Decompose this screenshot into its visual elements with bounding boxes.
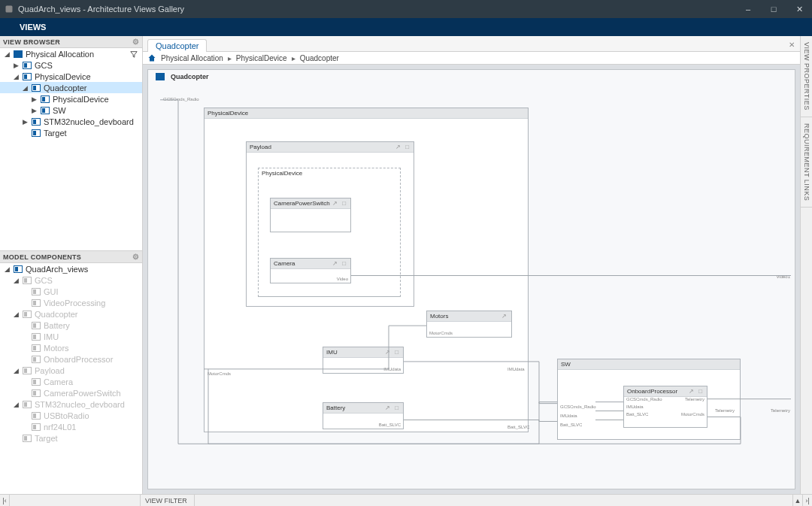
component-icon: [32, 378, 41, 386]
port-label: IMUdata: [626, 404, 644, 409]
tree-item[interactable]: ◢STM32nucleo_devboard: [0, 398, 142, 410]
component-icon: [14, 50, 23, 58]
component-icon: [32, 118, 41, 126]
block-title: IMU: [326, 349, 338, 356]
component-icon: [32, 288, 41, 295]
tree-item[interactable]: Battery: [0, 320, 142, 331]
views-tab[interactable]: VIEWS: [8, 20, 58, 35]
tree-item[interactable]: CameraPowerSwitch: [0, 387, 142, 398]
component-icon: [156, 73, 165, 80]
block-actions-icon[interactable]: ↗ □: [332, 260, 347, 267]
tree-item[interactable]: VideoProcessing: [0, 297, 142, 308]
model-components-title: MODEL COMPONENTS: [3, 253, 81, 261]
tree-item[interactable]: ◢Payload: [0, 365, 142, 376]
window-minimize-button[interactable]: –: [735, 0, 761, 18]
block-camera[interactable]: Camera↗ □ Video: [270, 258, 351, 283]
gear-icon[interactable]: ⚙: [132, 253, 139, 261]
tree-item[interactable]: ▶PhysicalDevice: [0, 93, 142, 105]
breadcrumb-item[interactable]: Quadcopter: [300, 54, 339, 62]
block-camerapowerswitch[interactable]: CameraPowerSwitch↗ □: [270, 198, 351, 232]
document-tab-quadcopter[interactable]: Quadcopter: [147, 39, 207, 52]
tree-item[interactable]: GUI: [0, 286, 142, 297]
port-label: Batt_SLVC: [379, 423, 401, 427]
tree-item-label: Motors: [44, 344, 69, 353]
tree-item[interactable]: USBtoRadio: [0, 410, 142, 421]
tree-twisty-icon[interactable]: ▶: [12, 62, 20, 69]
tree-twisty-icon[interactable]: ◢: [12, 311, 20, 318]
tree-item-label: Quadcopter: [35, 310, 77, 319]
gear-icon[interactable]: ⚙: [132, 38, 139, 46]
app-icon: [5, 5, 14, 14]
tree-twisty-icon[interactable]: ◢: [12, 277, 20, 284]
model-components-header[interactable]: MODEL COMPONENTS ⚙: [0, 251, 142, 263]
component-icon: [32, 333, 41, 341]
view-browser-header[interactable]: VIEW BROWSER ⚙: [0, 36, 142, 48]
tree-item[interactable]: IMU: [0, 331, 142, 342]
port-label: MotorCmds: [681, 412, 704, 417]
tree-item[interactable]: Motors: [0, 342, 142, 353]
tree-item-label: Camera: [44, 377, 73, 386]
tree-twisty-icon[interactable]: ▶: [21, 118, 29, 126]
requirement-links-tab[interactable]: REQUIREMENT LINKS: [801, 117, 812, 208]
breadcrumb-item[interactable]: PhysicalDevice: [236, 54, 287, 62]
block-actions-icon[interactable]: ↗ □: [385, 404, 400, 411]
block-actions-icon[interactable]: ↗ □: [385, 349, 400, 356]
tree-item[interactable]: ◢PhysicalDevice: [0, 71, 142, 82]
tree-twisty-icon[interactable]: ◢: [12, 73, 20, 80]
tree-item[interactable]: ◢Physical Allocation: [0, 48, 142, 59]
tree-item-label: GCS: [35, 61, 53, 70]
block-battery[interactable]: Battery↗ □ Batt_SLVC: [323, 402, 404, 429]
view-filter-button[interactable]: VIEW FILTER: [141, 495, 195, 506]
tree-item-label: QuadArch_views: [26, 265, 88, 274]
tree-item-label: CameraPowerSwitch: [44, 389, 121, 398]
tree-twisty-icon[interactable]: ▶: [30, 107, 38, 114]
tree-item-label: Payload: [35, 366, 65, 375]
tree-item[interactable]: nrf24L01: [0, 421, 142, 432]
view-browser-tree[interactable]: ◢Physical Allocation▶GCS◢PhysicalDevice◢…: [0, 48, 142, 251]
tree-item[interactable]: Target: [0, 432, 142, 444]
tab-close-icon[interactable]: ✕: [786, 39, 797, 50]
block-actions-icon[interactable]: ↗ □: [689, 388, 704, 395]
status-left-cap[interactable]: |‹: [0, 495, 10, 506]
home-icon[interactable]: [147, 53, 156, 62]
tree-twisty-icon[interactable]: ◢: [12, 367, 20, 374]
status-arrow-up-icon[interactable]: ▲: [793, 495, 803, 506]
tree-twisty-icon[interactable]: ◢: [12, 401, 20, 408]
tree-twisty-icon[interactable]: ◢: [3, 265, 11, 273]
component-icon: [32, 344, 41, 352]
tree-twisty-icon[interactable]: ◢: [21, 84, 29, 92]
model-components-tree[interactable]: ◢QuadArch_views◢GCSGUIVideoProcessing◢Qu…: [0, 263, 142, 494]
tree-item[interactable]: ◢Quadcopter: [0, 82, 142, 93]
breadcrumb-item[interactable]: Physical Allocation: [161, 54, 223, 62]
block-title: CameraPowerSwitch: [274, 200, 330, 207]
block-actions-icon[interactable]: ↗: [501, 313, 508, 320]
tree-item[interactable]: Camera: [0, 376, 142, 387]
block-motors[interactable]: Motors↗ MotorCmds: [426, 311, 512, 338]
block-actions-icon[interactable]: ↗ □: [395, 144, 411, 150]
tree-item[interactable]: ▶STM32nucleo_devboard: [0, 116, 142, 127]
tree-item[interactable]: ▶GCS: [0, 59, 142, 71]
view-properties-tab[interactable]: VIEW PROPERTIES: [801, 36, 812, 117]
component-icon: [23, 73, 32, 80]
port-label: Batt_SLVC: [560, 423, 582, 427]
tree-twisty-icon[interactable]: ◢: [3, 50, 11, 58]
tree-item[interactable]: OnboardProcessor: [0, 353, 142, 365]
diagram-canvas[interactable]: Quadcopter GCSCmds_Radio PhysicalDevice …: [147, 69, 795, 489]
tree-item[interactable]: ◢Quadcopter: [0, 308, 142, 320]
block-imu[interactable]: IMU↗ □ IMUdata: [323, 347, 404, 374]
tree-item[interactable]: Target: [0, 127, 142, 138]
window-maximize-button[interactable]: □: [761, 0, 786, 18]
status-right-cap[interactable]: ›|: [803, 495, 812, 506]
tree-item-label: SW: [53, 106, 66, 115]
port-label: IMUdata: [508, 367, 525, 371]
tree-item[interactable]: ◢GCS: [0, 274, 142, 286]
tree-item[interactable]: ◢QuadArch_views: [0, 263, 142, 274]
component-icon: [32, 299, 41, 307]
block-onboardprocessor[interactable]: OnboardProcessor↗ □ GCSCmds_Radio IMUdat…: [623, 386, 707, 428]
block-title: SW: [561, 361, 571, 368]
tree-item[interactable]: ▶SW: [0, 105, 142, 116]
block-actions-icon[interactable]: ↗ □: [332, 200, 347, 207]
window-close-button[interactable]: ✕: [786, 0, 812, 18]
filter-icon[interactable]: [129, 49, 139, 59]
tree-twisty-icon[interactable]: ▶: [30, 95, 38, 103]
